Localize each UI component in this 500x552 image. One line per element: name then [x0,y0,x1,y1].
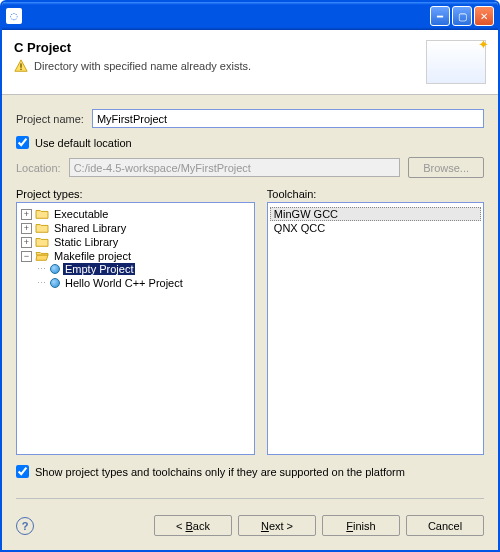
help-button[interactable]: ? [16,517,34,535]
close-button[interactable]: ✕ [474,6,494,26]
maximize-button[interactable]: ▢ [452,6,472,26]
tree-item-hello-world: ⋯ Hello World C++ Project [37,276,252,290]
tree-connector: ⋯ [37,278,45,288]
svg-rect-2 [20,69,21,70]
separator [16,498,484,499]
project-name-input[interactable] [92,109,484,128]
use-default-location-label: Use default location [35,137,132,149]
tree-item-empty-project: ⋯ Empty Project [37,262,252,276]
toolchain-label: Toolchain: [267,188,484,200]
finish-button[interactable]: Finish [322,515,400,536]
minimize-button[interactable]: ━ [430,6,450,26]
project-types-tree[interactable]: + Executable + Shared Library [16,202,255,455]
app-icon: ◌ [6,8,22,24]
page-title: C Project [14,40,251,55]
folder-icon [35,208,49,220]
toolchain-item-qnx[interactable]: QNX QCC [270,221,481,235]
toolchain-list[interactable]: MinGW GCC QNX QCC [267,202,484,455]
tree-item-makefile-project: − Makefile project ⋯ Empty Project [21,249,252,291]
wizard-banner-icon [426,40,486,84]
expand-icon[interactable]: + [21,237,32,248]
template-icon [50,278,60,288]
warning-icon [14,59,28,73]
folder-icon [35,236,49,248]
tree-item-static-library: + Static Library [21,235,252,249]
project-name-label: Project name: [16,113,84,125]
titlebar[interactable]: ◌ ━ ▢ ✕ [2,2,498,30]
next-button[interactable]: Next > [238,515,316,536]
location-input [69,158,400,177]
folder-icon [35,222,49,234]
expand-icon[interactable]: + [21,209,32,220]
dialog-window: ◌ ━ ▢ ✕ C Project Directory with specifi… [0,0,500,552]
warning-text: Directory with specified name already ex… [34,60,251,72]
browse-button: Browse... [408,157,484,178]
project-types-label: Project types: [16,188,255,200]
back-button[interactable]: < Back [154,515,232,536]
svg-rect-1 [20,63,21,67]
tree-item-executable: + Executable [21,207,252,221]
folder-open-icon [35,250,49,262]
wizard-header: C Project Directory with specified name … [2,30,498,95]
cancel-button[interactable]: Cancel [406,515,484,536]
toolchain-item-mingw[interactable]: MinGW GCC [270,207,481,221]
wizard-content: Project name: Use default location Locat… [2,95,498,550]
template-icon [50,264,60,274]
filter-checkbox[interactable] [16,465,29,478]
collapse-icon[interactable]: − [21,251,32,262]
location-label: Location: [16,162,61,174]
expand-icon[interactable]: + [21,223,32,234]
tree-item-shared-library: + Shared Library [21,221,252,235]
use-default-location-checkbox[interactable] [16,136,29,149]
filter-label: Show project types and toolchains only i… [35,466,405,478]
tree-connector: ⋯ [37,264,45,274]
